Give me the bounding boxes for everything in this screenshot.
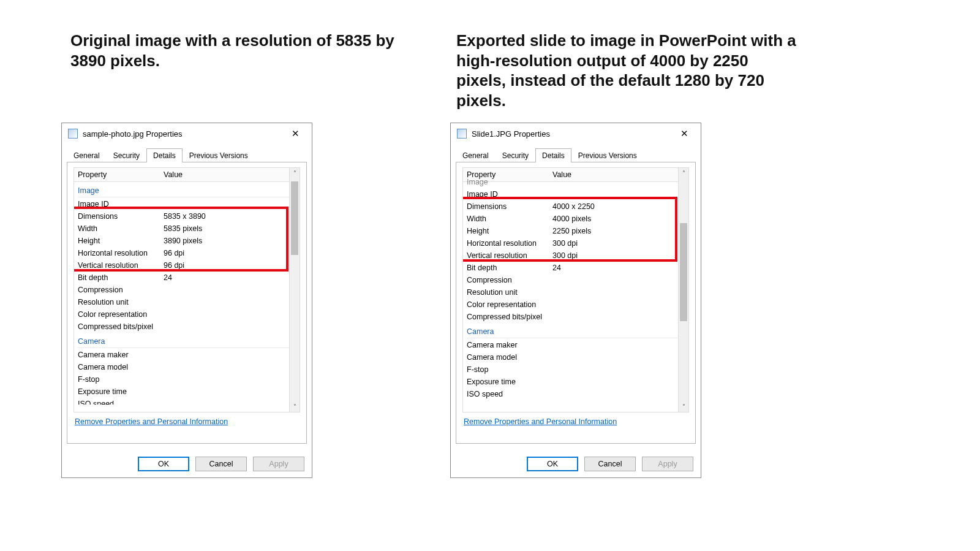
list-row[interactable]: Compressed bits/pixel [467,311,685,323]
remove-properties-link[interactable]: Remove Properties and Personal Informati… [464,417,617,426]
list-row[interactable]: Horizontal resolution96 dpi [78,247,296,259]
scroll-up-icon[interactable]: ˄ [679,168,688,178]
property-value [164,284,296,296]
list-row[interactable]: Camera model [467,351,685,363]
property-value [552,286,685,298]
titlebar: sample-photo.jpg Properties ✕ [62,123,312,144]
property-value [552,188,685,200]
list-row[interactable]: ISO speed [467,388,685,400]
close-button[interactable]: ✕ [282,125,308,142]
list-row[interactable]: F-stop [467,363,685,376]
list-row[interactable]: Camera maker [467,339,685,351]
list-row[interactable]: Vertical resolution96 dpi [78,259,296,272]
property-value: 5835 x 3890 [164,210,296,222]
header-value[interactable]: Value [164,170,296,179]
list-row[interactable]: Compressed bits/pixel [78,321,296,333]
section-camera: Camera [467,324,685,338]
properties-listview[interactable]: Property Value Image Image ID Dimensions… [462,167,689,412]
property-value [552,388,685,400]
list-row[interactable]: Image ID [467,188,685,200]
apply-button[interactable]: Apply [642,457,693,471]
list-row[interactable]: Resolution unit [467,286,685,298]
property-value [164,386,296,398]
list-row[interactable]: Resolution unit [78,296,296,308]
property-value: 4000 pixels [552,213,685,225]
remove-properties-link[interactable]: Remove Properties and Personal Informati… [75,417,228,426]
tab-details[interactable]: Details [146,148,183,162]
caption-left: Original image with a resolution of 5835… [70,31,413,70]
scrollbar[interactable]: ˄ ˅ [289,168,300,412]
tab-details[interactable]: Details [535,148,571,162]
property-value: 5835 pixels [164,222,296,235]
ok-button[interactable]: OK [527,457,578,471]
list-row[interactable]: Height3890 pixels [78,235,296,247]
property-name: Camera maker [467,339,552,351]
cancel-button[interactable]: Cancel [195,457,247,471]
caption-right: Exported slide to image in PowerPoint wi… [456,31,799,110]
property-name: F-stop [78,373,164,386]
header-property[interactable]: Property [78,170,164,179]
list-header: Property Value [74,168,300,182]
dialog-buttons: OK Cancel Apply [138,457,304,471]
scroll-up-icon[interactable]: ˄ [290,168,300,178]
property-value [552,339,685,351]
property-name: Exposure time [467,376,552,388]
list-row[interactable]: Bit depth24 [78,272,296,284]
property-value [552,363,685,376]
list-row[interactable]: F-stop [78,373,296,386]
list-row[interactable]: Image ID [78,198,296,210]
list-row[interactable]: Dimensions4000 x 2250 [467,200,685,213]
details-panel: Property Value Image Image ID Dimensions… [67,162,307,444]
list-row[interactable]: Exposure time [78,386,296,398]
close-button[interactable]: ✕ [671,125,697,142]
tab-previous[interactable]: Previous Versions [571,148,644,162]
properties-listview[interactable]: Property Value Image Image ID Dimensions… [74,167,300,412]
property-name: Camera model [78,361,164,373]
property-value [164,349,296,361]
list-row[interactable]: Compression [467,274,685,286]
property-value [164,373,296,386]
list-row[interactable]: Width5835 pixels [78,222,296,235]
property-name: Bit depth [78,272,164,284]
titlebar: Slide1.JPG Properties ✕ [451,123,701,144]
property-name: Horizontal resolution [78,247,164,259]
section-camera: Camera [78,334,296,348]
list-row[interactable]: Camera model [78,361,296,373]
property-name: Camera maker [78,349,164,361]
tab-general[interactable]: General [456,148,496,162]
tab-previous[interactable]: Previous Versions [183,148,255,162]
apply-button[interactable]: Apply [253,457,304,471]
details-panel: Property Value Image Image ID Dimensions… [456,162,696,444]
cancel-button[interactable]: Cancel [584,457,636,471]
list-row[interactable]: Exposure time [467,376,685,388]
list-row[interactable]: Color representation [78,308,296,321]
property-name: Exposure time [78,386,164,398]
list-row[interactable]: Width4000 pixels [467,213,685,225]
scroll-down-icon[interactable]: ˅ [679,401,688,412]
property-name: Compressed bits/pixel [78,321,164,333]
property-name: Vertical resolution [78,259,164,272]
property-value [552,351,685,363]
list-row[interactable]: Dimensions5835 x 3890 [78,210,296,222]
tab-general[interactable]: General [67,148,107,162]
property-value: 24 [164,272,296,284]
list-row[interactable]: Camera maker [78,349,296,361]
properties-dialog-right: Slide1.JPG Properties ✕ General Security… [450,123,701,478]
list-row[interactable]: Color representation [467,298,685,311]
list-row[interactable]: Horizontal resolution300 dpi [467,237,685,249]
property-name: Camera model [467,351,552,363]
list-row[interactable]: Bit depth24 [467,262,685,274]
scroll-thumb[interactable] [680,223,687,321]
tab-security[interactable]: Security [107,148,146,162]
scroll-thumb[interactable] [291,181,298,255]
window-title: Slide1.JPG Properties [472,129,671,139]
scroll-down-icon[interactable]: ˅ [290,401,300,412]
ok-button[interactable]: OK [138,457,189,471]
tabs: General Security Details Previous Versio… [67,148,307,162]
list-row[interactable]: Vertical resolution300 dpi [467,249,685,262]
scrollbar[interactable]: ˄ ˅ [678,168,688,412]
property-value [164,321,296,333]
list-row[interactable]: Compression [78,284,296,296]
list-row[interactable]: Height2250 pixels [467,225,685,237]
tab-security[interactable]: Security [496,148,535,162]
